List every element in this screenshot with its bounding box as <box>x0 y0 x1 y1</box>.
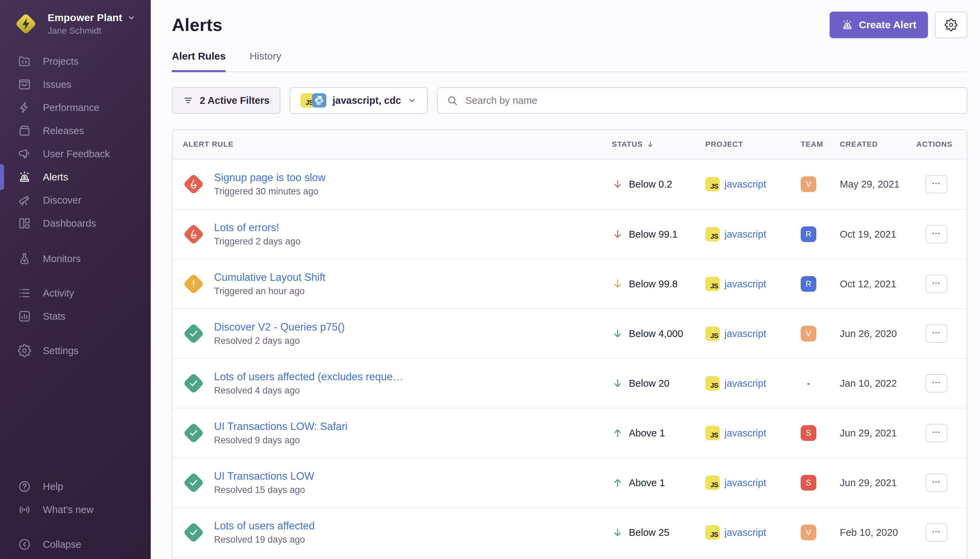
team-avatar[interactable]: S <box>801 425 816 441</box>
created-cell: Jun 29, 2021 <box>840 428 916 439</box>
project-selector[interactable]: JS javascript, cdc <box>290 87 428 114</box>
trend-up-icon <box>612 477 624 488</box>
row-actions-button[interactable]: ⋯ <box>926 424 947 442</box>
alert-rule-link[interactable]: Cumulative Layout Shift <box>214 271 325 284</box>
sidebar-item-activity[interactable]: Activity <box>0 281 151 305</box>
alert-critical-diamond-icon <box>183 223 205 245</box>
actions-cell: ⋯ <box>916 275 957 293</box>
settings-button[interactable] <box>935 12 967 38</box>
project-link[interactable]: javascript <box>724 179 766 190</box>
alert-rule-link[interactable]: Lots of users affected <box>214 520 315 532</box>
table-row[interactable]: Discover V2 - Queries p75()Resolved 2 da… <box>173 308 967 358</box>
row-actions-button[interactable]: ⋯ <box>926 175 947 194</box>
row-actions-button[interactable]: ⋯ <box>926 374 947 392</box>
alert-resolved-diamond-icon <box>183 422 205 444</box>
trend-down-icon <box>612 228 624 240</box>
alert-rule-link[interactable]: Signup page is too slow <box>214 172 325 184</box>
sidebar-item-monitors[interactable]: Monitors <box>0 247 151 270</box>
sidebar-item-alerts[interactable]: Alerts <box>0 165 151 189</box>
table-row[interactable]: Cumulative Layout ShiftTriggered an hour… <box>173 259 967 308</box>
team-avatar[interactable]: V <box>801 524 816 540</box>
no-team-dash: - <box>801 378 816 389</box>
javascript-platform-icon: JS <box>705 426 720 440</box>
created-cell: Jun 26, 2020 <box>840 328 916 339</box>
team-avatar[interactable]: R <box>801 227 816 242</box>
tab-alert-rules[interactable]: Alert Rules <box>172 50 226 72</box>
row-actions-button[interactable]: ⋯ <box>926 523 947 542</box>
flame-icon <box>183 223 205 245</box>
team-cell: S <box>801 475 840 491</box>
sidebar-item-projects[interactable]: Projects <box>0 50 151 73</box>
sidebar-item-discover[interactable]: Discover <box>0 189 151 212</box>
sidebar-item-collapse[interactable]: Collapse <box>0 533 151 556</box>
team-avatar[interactable]: S <box>801 475 816 491</box>
create-alert-button[interactable]: Create Alert <box>830 12 928 38</box>
team-avatar[interactable]: V <box>801 326 816 341</box>
sidebar-item-settings[interactable]: Settings <box>0 339 151 362</box>
team-avatar[interactable]: R <box>801 276 816 292</box>
alert-rule-link[interactable]: Lots of errors! <box>214 222 300 234</box>
sidebar-item-what-s-new[interactable]: What's new <box>0 498 151 521</box>
sidebar-item-stats[interactable]: Stats <box>0 305 151 328</box>
table-row[interactable]: Signup page is too slowTriggered 30 minu… <box>173 159 967 209</box>
alert-warning-diamond-icon <box>183 273 205 295</box>
row-actions-button[interactable]: ⋯ <box>926 225 947 243</box>
team-avatar[interactable]: V <box>801 176 816 192</box>
row-actions-button[interactable]: ⋯ <box>926 324 947 343</box>
sidebar-item-label: Releases <box>43 125 84 137</box>
project-link[interactable]: javascript <box>724 428 766 439</box>
table-row[interactable]: UI Transactions LOWResolved 15 days agoA… <box>173 458 967 507</box>
project-link[interactable]: javascript <box>724 378 766 389</box>
row-actions-button[interactable]: ⋯ <box>926 473 947 492</box>
alert-rule-link[interactable]: Discover V2 - Queries p75() <box>214 321 345 333</box>
sidebar-item-dashboards[interactable]: Dashboards <box>0 212 151 235</box>
main-content: Alerts Create Alert Alert Rules History <box>151 0 980 559</box>
org-switcher[interactable]: Empower Plant Jane Schmidt <box>12 10 151 38</box>
column-header-project[interactable]: PROJECT <box>705 140 801 149</box>
project-link[interactable]: javascript <box>724 328 766 339</box>
alert-rule-link[interactable]: UI Transactions LOW <box>214 470 314 482</box>
column-header-created[interactable]: CREATED <box>840 140 916 149</box>
column-header-status[interactable]: STATUS <box>612 140 705 149</box>
sidebar-item-user-feedback[interactable]: User Feedback <box>0 142 151 165</box>
alert-rule-cell: Discover V2 - Queries p75()Resolved 2 da… <box>183 321 612 346</box>
trend-up-icon <box>612 427 624 439</box>
sidebar-item-label: User Feedback <box>43 149 110 160</box>
table-row[interactable]: Lots of users affected (excludes reque…R… <box>173 358 967 408</box>
trend-down-icon <box>612 328 624 339</box>
dashboards-icon <box>18 217 31 230</box>
status-cell: Below 20 <box>612 377 705 389</box>
alert-rule-link[interactable]: Lots of users affected (excludes reque… <box>214 371 403 383</box>
search-input[interactable] <box>465 95 958 106</box>
nav-group: ActivityStats <box>0 281 151 328</box>
siren-icon <box>841 19 853 31</box>
sidebar-item-releases[interactable]: Releases <box>0 119 151 142</box>
column-header-team[interactable]: TEAM <box>801 140 840 149</box>
javascript-platform-icon: JS <box>705 326 720 341</box>
table-row[interactable]: Lots of errors!Triggered 2 days agoBelow… <box>173 209 967 259</box>
row-actions-button[interactable]: ⋯ <box>926 275 947 293</box>
search-field[interactable] <box>437 87 967 114</box>
project-cell: JSjavascript <box>705 476 801 490</box>
nav-group: Settings <box>0 339 151 362</box>
sidebar-item-performance[interactable]: Performance <box>0 96 151 119</box>
sidebar-item-label: Stats <box>43 311 65 322</box>
project-link[interactable]: javascript <box>724 527 766 538</box>
sidebar: Empower Plant Jane Schmidt ProjectsIssue… <box>0 0 151 559</box>
check-icon <box>183 472 205 494</box>
tab-history[interactable]: History <box>249 50 281 72</box>
active-filters-button[interactable]: 2 Active Filters <box>172 87 280 114</box>
alert-rule-link[interactable]: UI Transactions LOW: Safari <box>214 420 347 433</box>
project-link[interactable]: javascript <box>724 229 766 240</box>
table-row[interactable]: Lots of users affectedResolved 19 days a… <box>173 507 967 557</box>
column-header-alert-rule[interactable]: ALERT RULE <box>183 140 612 149</box>
status-label: Below 0.2 <box>629 179 672 190</box>
actions-cell: ⋯ <box>916 175 957 194</box>
project-link[interactable]: javascript <box>724 477 766 488</box>
table-row[interactable]: UI Transactions LOW: SafariResolved 9 da… <box>173 408 967 458</box>
sidebar-item-label: Dashboards <box>43 218 96 229</box>
sidebar-item-issues[interactable]: Issues <box>0 73 151 96</box>
sidebar-item-help[interactable]: Help <box>0 475 151 498</box>
user-feedback-icon <box>18 147 31 161</box>
project-link[interactable]: javascript <box>724 278 766 290</box>
